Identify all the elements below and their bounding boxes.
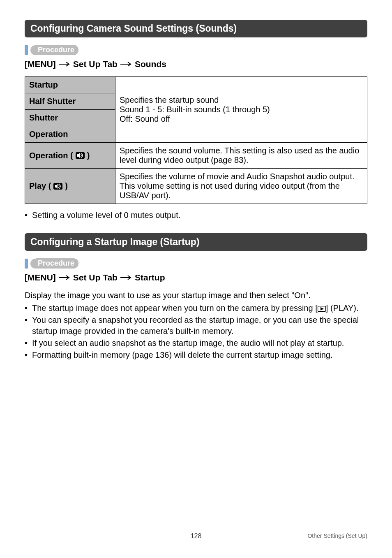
bullet-1a: The startup image does not appear when y…	[32, 303, 318, 313]
procedure-marker-1: Procedure	[25, 45, 367, 55]
group-desc-line3: Off: Sound off	[120, 114, 363, 124]
path-item-2: Startup	[135, 273, 165, 282]
row-startup: Startup	[25, 77, 115, 93]
path-menu: [MENU]	[25, 59, 56, 69]
menu-path-2: [MENU] Set Up Tab Startup	[25, 273, 367, 282]
path-item: Sounds	[135, 59, 166, 69]
pill-cap-icon	[30, 45, 36, 55]
path-tab-2: Set Up Tab	[73, 273, 118, 282]
section1-notes: •Setting a volume level of 0 mutes outpu…	[25, 210, 367, 221]
sounds-table: Startup Specifies the startup sound Soun…	[25, 76, 367, 204]
svg-rect-4	[53, 183, 62, 190]
procedure-marker-2: Procedure	[25, 258, 367, 269]
group-desc-line1: Specifies the startup sound	[120, 95, 363, 105]
section2-bullets: • The startup image does not appear when…	[25, 303, 367, 361]
blue-tick-icon	[25, 45, 28, 55]
row-shutter: Shutter	[25, 110, 115, 126]
row-play-vol: Play ()	[25, 169, 115, 204]
bullet-2: You can specify a snapshot you recorded …	[32, 315, 367, 337]
speaker-icon	[53, 183, 62, 190]
speaker-icon	[76, 152, 85, 159]
arrow-right-icon	[58, 59, 71, 69]
row-half-shutter: Half Shutter	[25, 93, 115, 110]
startup-intro: Display the image you want to use as you…	[25, 290, 367, 301]
row-operation: Operation	[25, 126, 115, 143]
arrow-right-icon	[58, 273, 71, 282]
group-desc-line2: Sound 1 - 5: Built-in sounds (1 through …	[120, 105, 363, 114]
play-label: Play (	[29, 181, 51, 191]
op-vol-label-close: )	[87, 151, 90, 160]
bullet-3: If you select an audio snapshot as the s…	[32, 338, 367, 349]
pill-cap-icon	[30, 259, 36, 269]
play-button-icon	[318, 306, 326, 312]
section1-title: Configuring Camera Sound Settings (Sound…	[25, 20, 367, 37]
op-vol-desc: Specifies the sound volume. This setting…	[115, 143, 367, 169]
bullet-1b: ] (PLAY).	[326, 303, 359, 313]
bullet-4: Formatting built-in memory (page 136) wi…	[32, 350, 367, 361]
note-mute: Setting a volume level of 0 mutes output…	[32, 210, 367, 221]
section2-title: Configuring a Startup Image (Startup)	[25, 233, 367, 251]
row-operation-vol: Operation ()	[25, 143, 115, 169]
play-desc: Specifies the volume of movie and Audio …	[115, 169, 367, 204]
page-number: 128	[191, 533, 202, 540]
page-footer: 128 Other Settings (Set Up)	[25, 529, 367, 540]
play-label-close: )	[65, 181, 68, 191]
procedure-label-1: Procedure	[36, 45, 78, 55]
procedure-label-2: Procedure	[36, 258, 78, 269]
arrow-right-icon	[120, 273, 132, 282]
op-vol-label: Operation (	[29, 151, 73, 160]
blue-tick-icon	[25, 259, 28, 269]
path-menu-2: [MENU]	[25, 273, 56, 282]
group-desc: Specifies the startup sound Sound 1 - 5:…	[115, 77, 367, 143]
path-tab: Set Up Tab	[73, 59, 118, 69]
menu-path-1: [MENU] Set Up Tab Sounds	[25, 59, 367, 69]
bullet-1: The startup image does not appear when y…	[32, 303, 367, 314]
footer-section: Other Settings (Set Up)	[307, 533, 367, 539]
svg-rect-2	[76, 152, 85, 159]
arrow-right-icon	[120, 59, 132, 69]
